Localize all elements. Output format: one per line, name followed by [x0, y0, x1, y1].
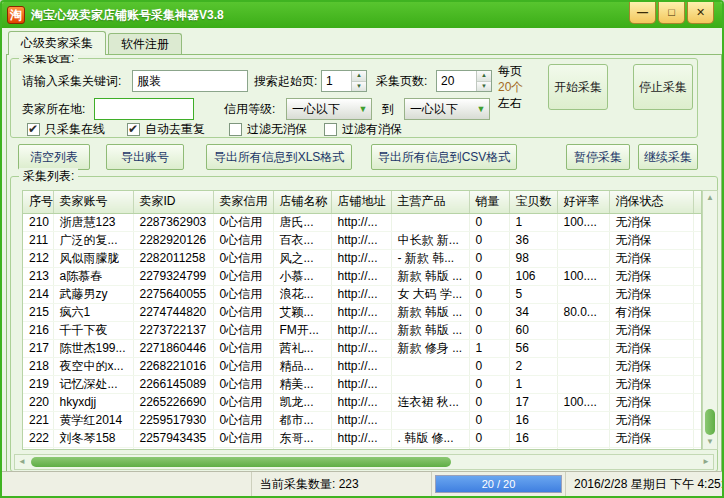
- checkbox-online-only[interactable]: 只采集在线: [27, 121, 105, 138]
- table-cell: 小慕...: [273, 267, 331, 285]
- table-row[interactable]: 219记忆深处...22661450890心信用精美...http://...0…: [23, 375, 702, 393]
- checkbox-filter-no-protection[interactable]: 过滤无消保: [229, 121, 307, 138]
- horizontal-scrollbar[interactable]: ◄ ►: [14, 454, 714, 470]
- table-row[interactable]: 217陈世杰199...22718604460心信用茜礼...http://..…: [23, 339, 702, 357]
- table-cell: http://...: [331, 267, 391, 285]
- page-count-input[interactable]: [437, 71, 476, 91]
- export-accounts-button[interactable]: 导出账号: [106, 144, 184, 170]
- table-row[interactable]: 210浙唐慧12322873629030心信用唐氏...http://...01…: [23, 213, 702, 231]
- table-row[interactable]: 218夜空中的x...22682210160心信用精品...http://...…: [23, 357, 702, 375]
- table-cell: [391, 357, 469, 375]
- table-cell: 0: [469, 375, 509, 393]
- checkbox-label: 只采集在线: [45, 121, 105, 138]
- location-input[interactable]: [94, 98, 194, 120]
- credit-to-select[interactable]: 一心以下 ▼: [404, 98, 490, 120]
- table-cell: [557, 357, 609, 375]
- table-row[interactable]: 215疯六122747448200心信用艾颖...http://...新款 韩版…: [23, 303, 702, 321]
- results-table: 序号卖家账号卖家ID卖家信用店铺名称店铺地址主营产品销量宝贝数好评率消保状态 2…: [22, 190, 702, 450]
- column-header[interactable]: 序号: [23, 191, 53, 213]
- start-page-input[interactable]: [322, 71, 351, 91]
- scroll-right-icon[interactable]: ►: [699, 455, 713, 469]
- progress-cell: 20 / 20: [432, 472, 566, 496]
- column-header[interactable]: 卖家ID: [133, 191, 213, 213]
- table-cell: hkyxdjj: [53, 393, 133, 411]
- export-csv-button[interactable]: 导出所有信息到CSV格式: [371, 144, 517, 170]
- credit-to-value: 一心以下: [405, 101, 473, 118]
- table-cell: 2257943435: [133, 429, 213, 447]
- spinner-up-icon[interactable]: ▲: [352, 71, 366, 82]
- table-cell: 0心信用: [213, 429, 273, 447]
- table-cell: http://...: [331, 375, 391, 393]
- maximize-button[interactable]: □: [658, 2, 685, 24]
- table-cell: 凯龙...: [273, 393, 331, 411]
- column-header[interactable]: 销量: [469, 191, 509, 213]
- minimize-button[interactable]: —: [629, 2, 656, 24]
- table-cell: 16: [509, 429, 557, 447]
- table-cell: 0: [469, 357, 509, 375]
- start-page-stepper[interactable]: ▲ ▼: [321, 70, 367, 92]
- table-row[interactable]: 221黄学红201422595179300心信用都市...http://...0…: [23, 411, 702, 429]
- resume-collect-button[interactable]: 继续采集: [638, 144, 698, 170]
- start-collect-button[interactable]: 开始采集: [548, 64, 608, 110]
- vertical-scroll-thumb[interactable]: [705, 409, 715, 435]
- credit-from-select[interactable]: 一心以下 ▼: [286, 98, 372, 120]
- table-cell: 0: [469, 429, 509, 447]
- spinner-down-icon[interactable]: ▼: [352, 82, 366, 92]
- table-cell: 黄学红2014: [53, 411, 133, 429]
- scroll-up-icon[interactable]: ▲: [703, 191, 717, 205]
- table-cell: 2268221016: [133, 357, 213, 375]
- horizontal-scroll-thumb[interactable]: [31, 457, 451, 467]
- clear-list-button[interactable]: 清空列表: [18, 144, 90, 170]
- tab-seller-collect[interactable]: 心级卖家采集: [8, 31, 106, 55]
- table-row[interactable]: 216千千下夜22737221370心信用FM开...http://...新款 …: [23, 321, 702, 339]
- checkbox-dedupe[interactable]: 自动去重复: [127, 121, 205, 138]
- scroll-down-icon[interactable]: ▼: [703, 435, 717, 449]
- spinner-up-icon[interactable]: ▲: [477, 71, 491, 82]
- column-header[interactable]: 卖家信用: [213, 191, 273, 213]
- datetime-text: 2016/2/28 星期日 下午 4:25:: [574, 476, 722, 493]
- page-count-stepper[interactable]: ▲ ▼: [436, 70, 492, 92]
- title-bar[interactable]: 淘 淘宝心级卖家店铺账号采集神器V3.8 — □ ✕: [2, 2, 722, 28]
- table-cell: [557, 429, 609, 447]
- stop-collect-button[interactable]: 停止采集: [633, 64, 693, 110]
- column-header[interactable]: 店铺地址: [331, 191, 391, 213]
- column-header[interactable]: 消保状态: [609, 191, 693, 213]
- table-row[interactable]: 223铅笔解不开22545147720心信用小璇...http://...新款 …: [23, 447, 702, 450]
- table-cell: 80.0...: [557, 303, 609, 321]
- column-header[interactable]: 主营产品: [391, 191, 469, 213]
- export-xls-button[interactable]: 导出所有信息到XLS格式: [206, 144, 352, 170]
- table-cell: http://...: [331, 303, 391, 321]
- table-cell: 214: [23, 285, 53, 303]
- tab-software-register[interactable]: 软件注册: [108, 33, 182, 54]
- table-row[interactable]: 212风似雨朦胧22820112580心信用风之...http://...- 新…: [23, 249, 702, 267]
- column-header[interactable]: 卖家账号: [53, 191, 133, 213]
- table-cell: 210: [23, 213, 53, 231]
- close-button[interactable]: ✕: [687, 2, 714, 24]
- table-cell: 无消保: [609, 249, 693, 267]
- table-row[interactable]: 214武藤男zy22756400550心信用浪花...http://...女 大…: [23, 285, 702, 303]
- collect-count-label: 当前采集数量:: [260, 476, 335, 493]
- scroll-left-icon[interactable]: ◄: [15, 455, 29, 469]
- table-cell: 222: [23, 429, 53, 447]
- column-header[interactable]: 宝贝数: [509, 191, 557, 213]
- table-cell: 1: [469, 339, 509, 357]
- table-cell: [557, 375, 609, 393]
- vertical-scrollbar[interactable]: ▲ ▼: [702, 190, 718, 450]
- column-header[interactable]: 店铺名称: [273, 191, 331, 213]
- table-row[interactable]: 222刘冬琴15822579434350心信用东哥...http://.... …: [23, 429, 702, 447]
- table-row[interactable]: 211广泛的复...22829201260心信用百衣...http://...中…: [23, 231, 702, 249]
- pause-collect-button[interactable]: 暂停采集: [566, 144, 630, 170]
- keyword-input[interactable]: [132, 70, 248, 92]
- table-cell: 223: [23, 447, 53, 450]
- column-header[interactable]: 好评率: [557, 191, 609, 213]
- table-cell: 艾颖...: [273, 303, 331, 321]
- table-cell: 0心信用: [213, 267, 273, 285]
- checkbox-filter-has-protection[interactable]: 过滤有消保: [324, 121, 402, 138]
- app-window: 淘 淘宝心级卖家店铺账号采集神器V3.8 — □ ✕ 心级卖家采集 软件注册 采…: [0, 0, 724, 498]
- table-cell: 0心信用: [213, 357, 273, 375]
- table-cell: 精美...: [273, 375, 331, 393]
- table-row[interactable]: 220hkyxdjj22652266900心信用凯龙...http://...连…: [23, 393, 702, 411]
- spinner-down-icon[interactable]: ▼: [477, 82, 491, 92]
- table-row[interactable]: 213a陈慕春22793247990心信用小慕...http://...新款 韩…: [23, 267, 702, 285]
- table-cell: 0心信用: [213, 321, 273, 339]
